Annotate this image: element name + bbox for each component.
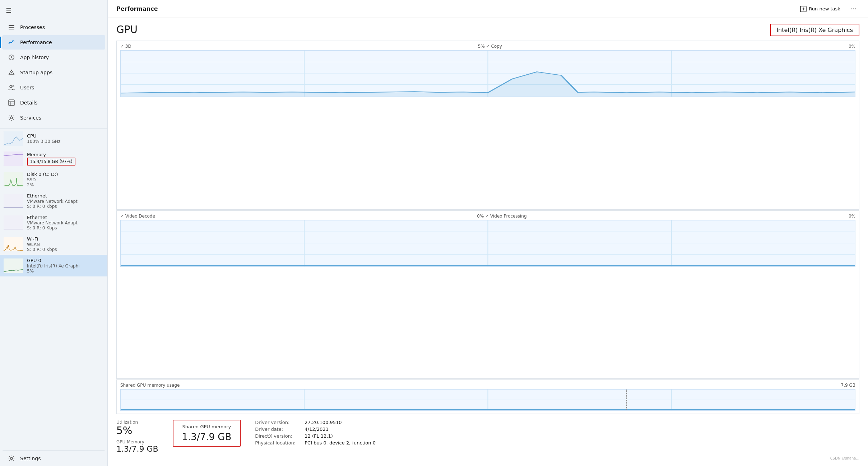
- sidebar-item-startup-apps[interactable]: Startup apps: [2, 65, 105, 80]
- settings-icon: [8, 455, 15, 462]
- memory-name: Memory: [27, 152, 104, 157]
- users-icon: [8, 84, 15, 91]
- device-item-wifi[interactable]: Wi-Fi WLAN S: 0 R: 0 Kbps: [0, 233, 107, 255]
- cpu-thumbnail: [4, 131, 23, 146]
- ethernet2-sub2: S: 0 R: 0 Kbps: [27, 225, 104, 230]
- device-item-ethernet2[interactable]: Ethernet VMware Network Adapt S: 0 R: 0 …: [0, 212, 107, 233]
- device-item-ethernet1[interactable]: Ethernet VMware Network Adapt S: 0 R: 0 …: [0, 190, 107, 212]
- wifi-sub2: S: 0 R: 0 Kbps: [27, 247, 104, 252]
- hamburger-menu[interactable]: ☰: [0, 3, 107, 20]
- svg-point-5: [11, 74, 11, 74]
- sidebar-item-performance[interactable]: Performance: [2, 35, 105, 50]
- chart-icon: [8, 39, 15, 46]
- ethernet1-info: Ethernet VMware Network Adapt S: 0 R: 0 …: [27, 193, 104, 209]
- gpu0-thumbnail: [4, 258, 23, 273]
- shared-gpu-box: Shared GPU memory 1.3/7.9 GB: [173, 420, 241, 447]
- sidebar-item-processes[interactable]: Processes: [2, 20, 105, 34]
- wifi-sub: WLAN: [27, 242, 104, 247]
- device-item-memory[interactable]: Memory 15.4/15.8 GB (97%): [0, 149, 107, 169]
- shared-mem-max: 7.9 GB: [841, 383, 855, 388]
- disk-name: Disk 0 (C: D:): [27, 172, 104, 177]
- physical-location-label: Physical location:: [255, 440, 302, 446]
- shared-gpu-label: Shared GPU memory: [182, 424, 232, 429]
- services-icon: [8, 114, 15, 121]
- details-icon: [8, 99, 15, 106]
- video-processing-label: 0% ✓ Video Processing: [477, 214, 526, 219]
- directx-label: DirectX version:: [255, 433, 302, 439]
- gpu0-sub: Intel(R) Iris(R) Xe Graphi: [27, 264, 104, 269]
- svg-point-6: [10, 85, 12, 88]
- sidebar-item-label-processes: Processes: [20, 24, 45, 30]
- svg-rect-14: [4, 152, 23, 166]
- ethernet2-thumbnail: [4, 215, 23, 230]
- disk-info: Disk 0 (C: D:) SSD 2%: [27, 172, 104, 187]
- memory-highlight: 15.4/15.8 GB (97%): [27, 158, 75, 166]
- gpu-panel: GPU Intel(R) Iris(R) Xe Graphics ✓ 3D 5%…: [108, 18, 868, 466]
- sidebar: ☰ Processes Performance App history Star…: [0, 0, 108, 466]
- wifi-info: Wi-Fi WLAN S: 0 R: 0 Kbps: [27, 236, 104, 252]
- main-header: Performance Run new task ···: [108, 0, 868, 18]
- video-decode-chart: [120, 220, 855, 267]
- sidebar-item-label-services: Services: [20, 115, 41, 121]
- header-actions: Run new task ···: [797, 4, 859, 14]
- sidebar-item-details[interactable]: Details: [2, 95, 105, 110]
- utilization-stat: Utilization 5% GPU Memory 1.3/7.9 GB: [116, 420, 158, 453]
- sidebar-item-label-details: Details: [20, 100, 38, 106]
- shared-mem-chart: [120, 389, 855, 411]
- list-icon: [8, 24, 15, 31]
- sidebar-item-label-users: Users: [20, 85, 34, 90]
- sidebar-item-label-app-history: App history: [20, 55, 49, 60]
- run-new-task-label: Run new task: [809, 6, 840, 11]
- ethernet1-name: Ethernet: [27, 193, 104, 199]
- driver-date-label: Driver date:: [255, 427, 302, 432]
- gpu-memory-value: 1.3/7.9 GB: [116, 444, 158, 453]
- sidebar-item-label-settings: Settings: [20, 456, 41, 461]
- svg-point-12: [10, 117, 13, 119]
- gpu-model-badge: Intel(R) Iris(R) Xe Graphics: [770, 24, 859, 36]
- 3d-chart-area: [120, 50, 855, 97]
- stats-row: Utilization 5% GPU Memory 1.3/7.9 GB Sha…: [116, 420, 859, 453]
- startup-icon: [8, 69, 15, 76]
- device-item-disk[interactable]: Disk 0 (C: D:) SSD 2%: [0, 169, 107, 190]
- driver-version-label: Driver version:: [255, 420, 302, 425]
- svg-rect-8: [9, 100, 14, 106]
- sidebar-item-app-history[interactable]: App history: [2, 50, 105, 65]
- gpu-title: GPU: [116, 24, 138, 36]
- sidebar-item-users[interactable]: Users: [2, 80, 105, 95]
- watermark: CSDN @shana...: [116, 456, 859, 460]
- disk-sub2: 2%: [27, 182, 104, 187]
- disk-sub: SSD: [27, 177, 104, 182]
- device-item-gpu0[interactable]: GPU 0 Intel(R) Iris(R) Xe Graphi 5%: [0, 255, 107, 276]
- gpu0-info: GPU 0 Intel(R) Iris(R) Xe Graphi 5%: [27, 258, 104, 274]
- run-new-task-button[interactable]: Run new task: [797, 4, 843, 14]
- svg-rect-16: [4, 194, 23, 208]
- gpu0-name: GPU 0: [27, 258, 104, 263]
- device-list: CPU 100% 3.30 GHz Memory 15.4/15.8 GB (9…: [0, 128, 107, 450]
- svg-rect-15: [4, 172, 23, 187]
- ethernet2-sub: VMware Network Adapt: [27, 220, 104, 225]
- wifi-name: Wi-Fi: [27, 236, 104, 242]
- device-item-cpu[interactable]: CPU 100% 3.30 GHz: [0, 129, 107, 149]
- disk-thumbnail: [4, 172, 23, 187]
- cpu-name: CPU: [27, 133, 104, 139]
- chart-copy-label: 5% ✓ Copy: [478, 44, 502, 49]
- shared-mem-chart-label: Shared GPU memory usage: [120, 383, 180, 388]
- gpu0-sub2: 5%: [27, 269, 104, 274]
- more-options-button[interactable]: ···: [848, 4, 859, 14]
- utilization-value: 5%: [116, 425, 158, 437]
- shared-gpu-value: 1.3/7.9 GB: [182, 432, 232, 442]
- sidebar-item-settings[interactable]: Settings: [2, 450, 105, 466]
- driver-date-value: 4/12/2021: [305, 427, 329, 432]
- video-processing-pct: 0%: [849, 214, 855, 219]
- svg-rect-1: [9, 27, 14, 28]
- utilization-label: Utilization: [116, 420, 158, 425]
- svg-rect-2: [9, 29, 14, 29]
- sidebar-item-services[interactable]: Services: [2, 111, 105, 125]
- cpu-info: CPU 100% 3.30 GHz: [27, 133, 104, 144]
- svg-rect-0: [9, 25, 14, 26]
- memory-thumbnail: [4, 152, 23, 166]
- main-content: Performance Run new task ··· GPU Intel(R…: [108, 0, 868, 466]
- chart-3d-label: ✓ 3D: [120, 44, 131, 49]
- directx-value: 12 (FL 12.1): [305, 433, 333, 439]
- clock-icon: [8, 54, 15, 61]
